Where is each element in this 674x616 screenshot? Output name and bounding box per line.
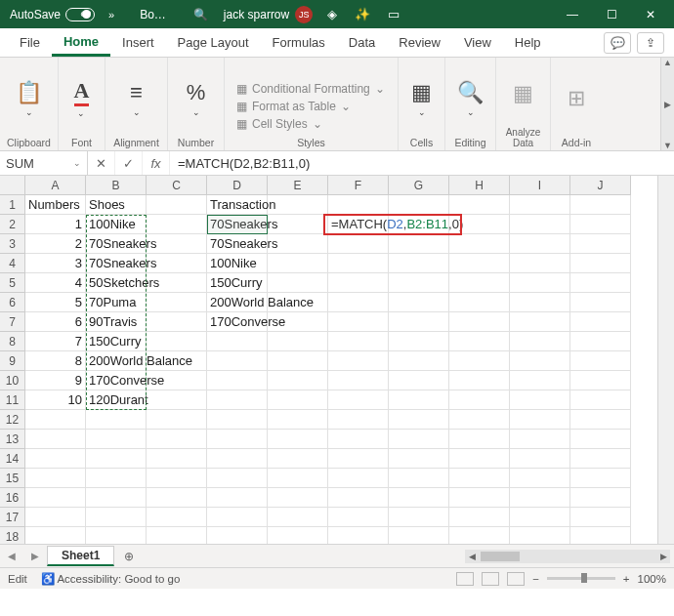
cell[interactable] <box>328 371 389 390</box>
tab-home[interactable]: Home <box>52 28 110 57</box>
row-header[interactable]: 16 <box>0 488 25 508</box>
cell[interactable] <box>510 390 570 410</box>
cell[interactable] <box>449 312 510 332</box>
cell[interactable] <box>268 449 328 469</box>
cell[interactable] <box>147 351 207 371</box>
accessibility-status[interactable]: ♿ Accessibility: Good to go <box>41 572 180 586</box>
analyze-icon[interactable]: ▦ <box>513 62 533 125</box>
zoom-in-button[interactable]: + <box>623 573 630 585</box>
cell[interactable]: 10 <box>25 390 86 410</box>
cell[interactable] <box>449 195 510 215</box>
cell[interactable]: 200World Balance <box>207 293 268 312</box>
cell[interactable] <box>389 351 449 371</box>
cell[interactable] <box>449 371 510 390</box>
row-header[interactable]: 10 <box>0 371 25 390</box>
cell[interactable]: 70Sneakers <box>207 234 268 254</box>
cell[interactable] <box>86 508 147 527</box>
cell[interactable] <box>328 469 389 488</box>
cell[interactable] <box>570 332 631 351</box>
cell[interactable] <box>389 293 449 312</box>
cell[interactable]: 100Nike <box>207 254 268 273</box>
cell[interactable] <box>449 508 510 527</box>
cell[interactable] <box>328 273 389 293</box>
cell[interactable] <box>328 410 389 430</box>
cell[interactable] <box>389 469 449 488</box>
cell[interactable] <box>147 273 207 293</box>
cell[interactable]: 70Sneakers <box>86 254 147 273</box>
cell[interactable] <box>268 390 328 410</box>
cell[interactable] <box>510 508 570 527</box>
cell[interactable] <box>147 215 207 234</box>
cell[interactable] <box>147 254 207 273</box>
cell[interactable] <box>268 312 328 332</box>
cell[interactable] <box>389 273 449 293</box>
cell[interactable] <box>86 488 147 508</box>
zoom-value[interactable]: 100% <box>638 573 666 585</box>
grid-body[interactable]: NumbersShoesTransaction1100Nike70Sneaker… <box>25 195 631 544</box>
cell[interactable] <box>389 215 449 234</box>
row-header[interactable]: 11 <box>0 390 25 410</box>
cell[interactable] <box>449 410 510 430</box>
cell[interactable] <box>510 195 570 215</box>
row-header[interactable]: 2 <box>0 215 25 234</box>
cell[interactable] <box>570 508 631 527</box>
cell[interactable] <box>268 371 328 390</box>
cell[interactable] <box>328 488 389 508</box>
cell[interactable] <box>207 527 268 544</box>
cell[interactable] <box>207 410 268 430</box>
cell[interactable] <box>389 371 449 390</box>
sheet-nav-prev[interactable]: ◀ <box>0 551 23 561</box>
cell[interactable] <box>86 410 147 430</box>
cell[interactable] <box>570 488 631 508</box>
tab-insert[interactable]: Insert <box>110 28 166 57</box>
cell[interactable] <box>570 215 631 234</box>
cell[interactable] <box>207 430 268 449</box>
cell[interactable] <box>570 234 631 254</box>
cell[interactable] <box>207 390 268 410</box>
cell[interactable] <box>510 293 570 312</box>
tab-page-layout[interactable]: Page Layout <box>166 28 261 57</box>
row-header[interactable]: 8 <box>0 332 25 351</box>
cell[interactable] <box>25 469 86 488</box>
cell[interactable] <box>268 488 328 508</box>
cells-group-icon[interactable]: ▦⌄ <box>411 62 432 135</box>
row-header[interactable]: 7 <box>0 312 25 332</box>
col-header-I[interactable]: I <box>510 176 570 195</box>
cell[interactable] <box>449 351 510 371</box>
cell[interactable] <box>147 430 207 449</box>
cell[interactable] <box>147 234 207 254</box>
add-sheet-button[interactable]: ⊕ <box>114 550 144 563</box>
cell[interactable] <box>449 215 510 234</box>
cell[interactable] <box>389 312 449 332</box>
cell[interactable] <box>268 332 328 351</box>
cell[interactable] <box>147 312 207 332</box>
quick-access-more-icon[interactable]: » <box>101 9 122 21</box>
maximize-button[interactable]: ☐ <box>592 0 631 28</box>
cell[interactable]: 7 <box>25 332 86 351</box>
cell[interactable]: 170Converse <box>207 312 268 332</box>
col-header-F[interactable]: F <box>328 176 389 195</box>
cell[interactable] <box>147 332 207 351</box>
cell[interactable] <box>510 254 570 273</box>
window-icon[interactable]: ▭ <box>379 7 408 21</box>
row-header[interactable]: 17 <box>0 508 25 527</box>
cell[interactable] <box>510 273 570 293</box>
cell[interactable] <box>510 469 570 488</box>
cell[interactable] <box>268 195 328 215</box>
clipboard-icon[interactable]: 📋⌄ <box>16 62 42 135</box>
cell[interactable] <box>389 449 449 469</box>
cell[interactable] <box>328 527 389 544</box>
cell[interactable] <box>510 410 570 430</box>
conditional-formatting-button[interactable]: ▦Conditional Formatting ⌄ <box>236 82 385 96</box>
cell[interactable] <box>328 430 389 449</box>
cell[interactable] <box>328 508 389 527</box>
view-break-button[interactable] <box>507 572 525 586</box>
cell[interactable] <box>510 527 570 544</box>
cell[interactable] <box>25 527 86 544</box>
cell[interactable] <box>570 293 631 312</box>
cell[interactable] <box>86 469 147 488</box>
col-header-C[interactable]: C <box>147 176 207 195</box>
cell[interactable] <box>207 371 268 390</box>
sheet-nav-next[interactable]: ▶ <box>23 551 47 561</box>
cell[interactable]: 9 <box>25 371 86 390</box>
